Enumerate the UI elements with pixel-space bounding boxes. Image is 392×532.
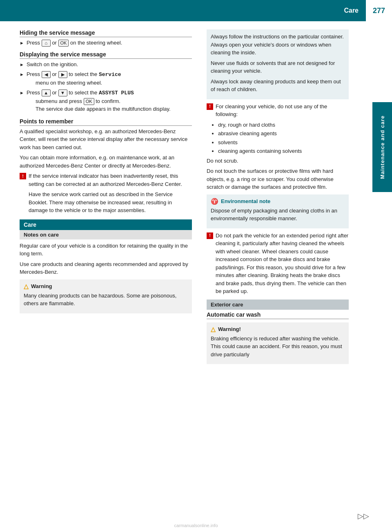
leaf-icon: ♈: [211, 198, 218, 205]
warning-box-2: △ Warning! Braking efficiency is reduced…: [207, 322, 349, 364]
list-item: solvents: [218, 139, 349, 147]
warning-title-2: △ Warning!: [211, 326, 345, 333]
disp-step1-text: Switch on the ignition.: [27, 60, 78, 69]
care-section-header: Care: [20, 219, 192, 230]
bullet-arrow-icon: ►: [20, 89, 24, 96]
header-right: Care 277: [336, 0, 392, 21]
disp-step2: ► Press ◀ or ▶ to select the Service men…: [20, 70, 192, 87]
key-ok2-btn: OK: [84, 98, 94, 105]
env-note-box: ♈ Environmental note Dispose of empty pa…: [207, 194, 349, 228]
list-item: dry, rough or hard cloths: [218, 121, 349, 129]
info-p1: Always follow the instructions on the pa…: [211, 33, 345, 57]
list-item: cleaning agents containing solvents: [218, 147, 349, 155]
points-p1: A qualified specialist workshop, e.g. an…: [20, 127, 192, 152]
warning-title-1: △ Warning: [24, 283, 188, 290]
cleaning-restrictions-list: dry, rough or hard cloths abrasive clean…: [218, 121, 349, 155]
key-down-btn: ▼: [58, 89, 67, 96]
warning-text-1: Many cleaning products can be hazardous.…: [24, 292, 188, 308]
key-up-btn: ▲: [42, 89, 51, 96]
list-item: abrasive cleaning agents: [218, 130, 349, 138]
disp-step3-text: Press ▲ or ▼ to select the ASSYST PLUS s…: [27, 89, 171, 113]
danger-note-2: ! For cleaning your vehicle, do not use …: [207, 103, 349, 118]
warning-text-2: Braking efficiency is reduced after wash…: [211, 335, 345, 359]
danger-note-2-text: For cleaning your vehicle, do not use an…: [216, 103, 349, 118]
points-p2: You can obtain more information, e.g. on…: [20, 154, 192, 170]
notes-p2: Use care products and cleaning agents re…: [20, 260, 192, 276]
disp-step1: ► Switch on the ignition.: [20, 60, 192, 69]
danger-note-1-text: If the service interval indicator has be…: [29, 172, 192, 188]
key-ok-btn: OK: [58, 40, 69, 47]
info-box-1: Always follow the instructions on the pa…: [207, 29, 349, 99]
header-page-number: 277: [366, 0, 392, 21]
danger-note-1-p2: Have the service work carried out as des…: [29, 190, 192, 215]
sidebar-maintenance-label: Maintenance and care: [372, 102, 392, 192]
bullet-arrow-icon: ►: [20, 61, 24, 68]
hiding-step1-text: Press ⌂ or OK on the steering wheel.: [27, 39, 122, 47]
points-section-heading: Points to remember: [20, 118, 192, 126]
disp-step2-text: Press ◀ or ▶ to select the Service menu …: [27, 70, 121, 87]
touch-surfaces: Do not touch the surfaces or protective …: [207, 167, 349, 191]
danger-icon-2: !: [207, 103, 213, 110]
main-content: Hiding the service message ► Press ⌂ or …: [0, 21, 392, 367]
danger-note-3: ! Do not park the vehicle for an extende…: [207, 232, 349, 295]
header-bar: Care 277: [0, 0, 392, 21]
warning-triangle-icon-2: △: [211, 326, 216, 333]
right-column: Always follow the instructions on the pa…: [200, 29, 372, 367]
env-note-text: Dispose of empty packaging and cleaning …: [211, 207, 345, 223]
danger-note-1: ! If the service interval indicator has …: [20, 172, 192, 188]
exterior-care-header: Exterior care: [207, 300, 349, 310]
env-note-title: ♈ Environmental note: [211, 198, 345, 205]
danger-note-3-text: Do not park the vehicle for an extended …: [216, 232, 349, 295]
hiding-step1: ► Press ⌂ or OK on the steering wheel.: [20, 39, 192, 47]
info-p2: Never use fluids or solvents that are no…: [211, 59, 345, 75]
notes-p1: Regular care of your vehicle is a condit…: [20, 242, 192, 258]
danger-icon-3: !: [207, 232, 213, 239]
do-not-scrub: Do not scrub.: [207, 157, 349, 165]
notes-on-care-header: Notes on care: [20, 230, 192, 239]
hiding-section-heading: Hiding the service message: [20, 29, 192, 37]
info-p3: Always lock away cleaning products and k…: [211, 78, 345, 94]
left-column: Hiding the service message ► Press ⌂ or …: [0, 29, 200, 367]
header-section-label: Care: [336, 0, 366, 21]
auto-car-wash-heading: Automatic car wash: [207, 311, 349, 319]
warning-triangle-icon: △: [24, 283, 29, 290]
disp-step3: ► Press ▲ or ▼ to select the ASSYST PLUS…: [20, 89, 192, 113]
key-left-btn: ◀: [42, 71, 51, 78]
bullet-arrow-icon: ►: [20, 71, 24, 78]
bullet-arrow-icon: ►: [20, 40, 24, 47]
key-right-btn: ▶: [58, 71, 67, 78]
key-home-btn: ⌂: [42, 40, 51, 47]
watermark: carmanualsonline.info: [0, 523, 392, 528]
displaying-section-heading: Displaying the service message: [20, 51, 192, 59]
danger-icon: !: [20, 173, 26, 179]
footer-navigation-symbol: ▷▷: [358, 512, 369, 521]
warning-box-1: △ Warning Many cleaning products can be …: [20, 279, 192, 313]
